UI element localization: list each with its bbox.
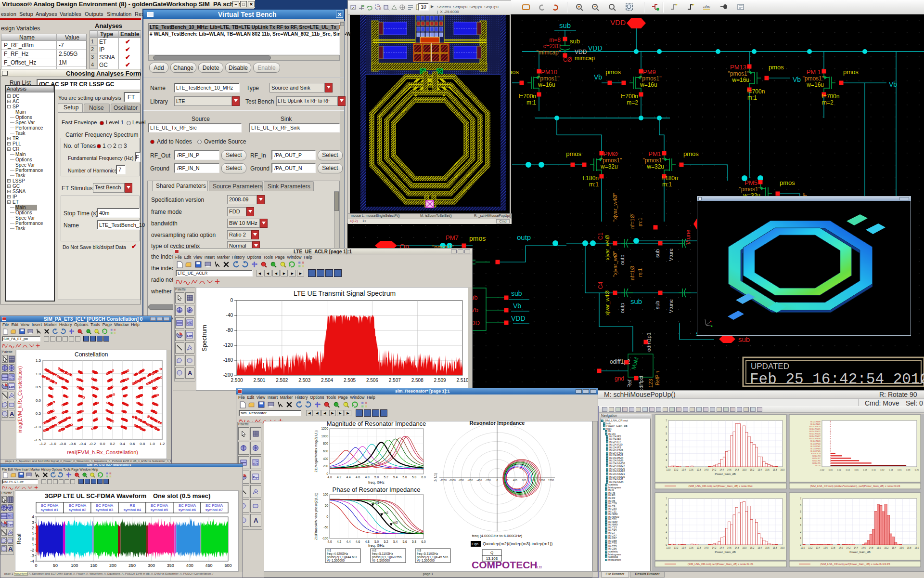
svg-text:5: 5 (800, 510, 801, 513)
svg-text:RefPin: RefPin (655, 371, 660, 385)
svg-text:14.8: 14.8 (869, 547, 873, 549)
svg-text:-0.8: -0.8 (59, 442, 66, 446)
svg-text:-100: -100 (322, 537, 328, 540)
svg-text:2: 2 (32, 525, 34, 530)
svg-text:16.0: 16.0 (915, 547, 919, 549)
svg-text:pmos: pmos (566, 150, 581, 158)
svg-text:4.8: 4.8 (365, 540, 369, 543)
svg-text:real(EVM_h.Rx_Constellation): real(EVM_h.Rx_Constellation) (67, 449, 138, 455)
svg-text:3: 3 (666, 446, 667, 448)
svg-text:600: 600 (323, 449, 328, 453)
svg-text:m:1: m:1 (637, 218, 643, 226)
svg-text:15.2: 15.2 (750, 469, 754, 471)
svg-text:0: 0 (326, 472, 328, 475)
svg-text:100: 100 (71, 563, 78, 568)
svg-text:2.502: 2.502 (276, 378, 288, 383)
svg-text:LTE UE Transmit Signal Spectru: LTE UE Transmit Signal Spectrum (294, 289, 396, 297)
svg-text:7: 7 (666, 419, 667, 422)
svg-text:sub: sub (738, 335, 750, 343)
svg-text:3: 3 (800, 524, 801, 526)
svg-text:13.4: 13.4 (681, 469, 686, 471)
svg-text:13.8: 13.8 (697, 547, 701, 549)
svg-text:-80: -80 (226, 328, 233, 333)
svg-text:50: 50 (325, 504, 329, 507)
svg-text:"pmos1": "pmos1" (601, 157, 622, 164)
svg-text:pmos: pmos (469, 235, 486, 242)
svg-text:0.6: 0.6 (129, 442, 135, 446)
svg-text:sub: sub (654, 301, 660, 309)
svg-text:w=32u: w=32u (600, 163, 618, 170)
svg-text:m:1: m:1 (662, 181, 672, 188)
svg-text:Power_Gain_dB: Power_Gain_dB (715, 551, 736, 553)
svg-text:6: 6 (800, 504, 801, 507)
svg-text:2.506: 2.506 (366, 378, 378, 383)
svg-text:-0.02: -0.02 (820, 469, 824, 471)
svg-text:13.4: 13.4 (681, 547, 686, 549)
svg-text:VDD: VDD (588, 44, 603, 52)
svg-text:2: 2 (666, 452, 667, 455)
svg-text:m:1: m:1 (526, 99, 536, 106)
svg-text:7: 7 (666, 497, 667, 500)
svg-text:symbol #3: symbol #3 (96, 508, 114, 512)
svg-text:PM10: PM10 (541, 68, 557, 76)
svg-text:(SIM_LNA_CR.mct) (stddev*corre: (SIM_LNA_CR.mct) (stddev*correlation), p… (810, 485, 900, 487)
svg-text:A: A (188, 369, 192, 376)
svg-text:-400: -400 (476, 479, 482, 482)
svg-text:Eqn: Eqn (472, 542, 478, 546)
svg-text:abc: abc (703, 4, 710, 9)
svg-text:14.0: 14.0 (705, 547, 709, 549)
svg-text:-0.5: -0.5 (34, 411, 41, 416)
svg-text:w=16u: w=16u (640, 81, 657, 88)
svg-text:0: 0 (666, 465, 667, 468)
svg-text:Z(1,1): Z(1,1) (434, 473, 437, 481)
svg-text:Real: Real (16, 534, 22, 545)
svg-text:1000: 1000 (321, 434, 329, 438)
svg-text:14.4: 14.4 (719, 547, 724, 549)
svg-text:C4: C4 (597, 281, 604, 289)
svg-text:Eqn: Eqn (9, 385, 15, 388)
svg-text:-1: -1 (30, 542, 34, 547)
svg-text:14.0: 14.0 (839, 547, 843, 549)
svg-text:13.2: 13.2 (808, 547, 812, 549)
svg-text:5.6: 5.6 (402, 540, 407, 543)
svg-text:m2: m2 (372, 549, 376, 552)
svg-text:C1: C1 (597, 232, 604, 240)
svg-text:100: 100 (323, 493, 328, 496)
svg-text:m:1: m:1 (589, 181, 599, 188)
svg-text:400: 400 (323, 457, 328, 460)
svg-text:0.4: 0.4 (120, 442, 126, 446)
svg-text:4: 4 (666, 517, 667, 520)
svg-text:Vb: Vb (513, 302, 521, 310)
svg-text:15.0: 15.0 (743, 547, 747, 549)
svg-text:2.505: 2.505 (344, 378, 356, 383)
svg-text:0.06: 0.06 (854, 469, 859, 471)
svg-text:123: 123 (648, 379, 654, 388)
svg-text:m3: m3 (393, 521, 398, 524)
svg-text:Magnitude of Resonator Impedan: Magnitude of Resonator Impedance (327, 421, 426, 427)
svg-text:m1: m1 (327, 549, 331, 552)
svg-text:VDD: VDD (575, 49, 587, 55)
svg-text:outp: outp (619, 255, 625, 265)
svg-text:4.4: 4.4 (346, 475, 350, 479)
svg-text:150: 150 (90, 563, 97, 568)
svg-text:pmos: pmos (605, 68, 621, 76)
svg-text:200: 200 (323, 464, 328, 468)
svg-text:A: A (10, 410, 14, 417)
svg-text:Eqn: Eqn (253, 476, 259, 479)
svg-text:1.2: 1.2 (159, 442, 165, 446)
svg-text:14.6: 14.6 (861, 547, 866, 549)
svg-text:5.4: 5.4 (393, 475, 398, 479)
svg-text:sub: sub (570, 38, 580, 45)
svg-text:m1: m1 (375, 501, 380, 504)
svg-text:5.4: 5.4 (393, 540, 398, 543)
svg-text:Vb: Vb (889, 80, 897, 88)
svg-text:PM7: PM7 (446, 234, 459, 241)
svg-text:2.510: 2.510 (456, 378, 468, 383)
svg-text:I6.I24: I6.I24 (815, 464, 821, 467)
svg-text:4.4: 4.4 (346, 540, 350, 543)
svg-text:4.0: 4.0 (327, 540, 332, 543)
svg-text:-200: -200 (223, 372, 233, 378)
svg-text:1200: 1200 (321, 427, 329, 430)
svg-text:(SIM_LNA_CR.mct) perf(Power_Ga: (SIM_LNA_CR.mct) perf(Power_Gain_dB) x n… (820, 563, 890, 565)
svg-text:1: 1 (666, 537, 667, 539)
